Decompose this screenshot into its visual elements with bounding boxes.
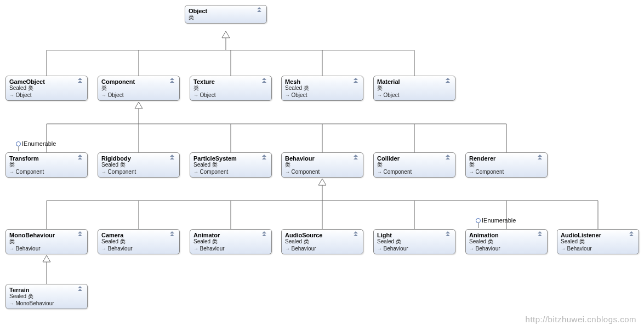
collapse-chevrons-icon[interactable] [170,155,176,160]
class-node-particlesystem[interactable]: ParticleSystemSealed 类Component [190,152,272,178]
class-kind-label: 类 [377,162,452,168]
svg-marker-17 [318,179,326,185]
class-kind-label: 类 [189,14,263,21]
class-node-material[interactable]: Material类Object [373,76,455,101]
class-title: Camera [101,232,176,238]
class-title: AudioSource [285,232,360,238]
diagram-canvas: IEnumerable IEnumerable Object类GameObjec… [0,0,644,325]
class-parent-label: Behaviour [285,246,360,252]
class-node-component[interactable]: Component类Object [98,76,180,101]
class-kind-label: Sealed 类 [101,162,176,168]
collapse-chevrons-icon[interactable] [262,155,269,160]
class-parent-label: Behaviour [101,246,176,252]
collapse-chevrons-icon[interactable] [446,155,452,160]
class-node-behaviour[interactable]: Behaviour类Component [281,152,363,178]
class-kind-label: 类 [285,162,360,168]
watermark-label: http://bitzhuwei.cnblogs.com [526,315,636,324]
class-node-audiosource[interactable]: AudioSourceSealed 类Behaviour [281,229,363,254]
svg-marker-27 [43,255,50,262]
class-parent-label: MonoBehaviour [9,300,84,306]
lollipop-icon [16,141,21,146]
class-kind-label: 类 [9,162,84,168]
class-node-light[interactable]: LightSealed 类Behaviour [373,229,455,254]
class-title: Collider [377,155,452,162]
class-kind-label: Sealed 类 [285,85,360,92]
collapse-chevrons-icon[interactable] [262,78,269,83]
class-kind-label: Sealed 类 [377,238,452,245]
collapse-chevrons-icon[interactable] [78,286,84,292]
class-title: Animation [469,232,544,238]
class-kind-label: Sealed 类 [193,238,268,245]
collapse-chevrons-icon[interactable] [78,155,84,160]
class-kind-label: Sealed 类 [561,238,635,245]
collapse-chevrons-icon[interactable] [257,7,264,13]
collapse-chevrons-icon[interactable] [446,231,452,237]
class-parent-label: Object [193,92,268,98]
collapse-chevrons-icon[interactable] [629,231,636,237]
class-kind-label: 类 [377,85,452,92]
class-kind-label: Sealed 类 [285,238,360,245]
class-title: MonoBehaviour [9,232,84,238]
class-node-animator[interactable]: AnimatorSealed 类Behaviour [190,229,272,254]
collapse-chevrons-icon[interactable] [262,231,269,237]
class-node-rigidbody[interactable]: RigidbodySealed 类Component [98,152,180,178]
class-node-object[interactable]: Object类 [185,5,267,24]
collapse-chevrons-icon[interactable] [446,78,452,83]
class-title: Rigidbody [101,155,176,162]
collapse-chevrons-icon[interactable] [538,231,544,237]
class-parent-label: Object [9,92,84,98]
class-parent-label: Component [469,169,544,175]
class-title: GameObject [9,78,84,85]
class-title: Mesh [285,78,360,85]
class-kind-label: Sealed 类 [9,293,84,300]
class-title: ParticleSystem [193,155,268,162]
class-parent-label: Component [101,169,176,175]
interface-label: IEnumerable [482,217,516,224]
class-title: Object [189,8,263,14]
class-parent-label: Object [285,92,360,98]
lollipop-icon [476,218,481,223]
class-kind-label: Sealed 类 [469,238,544,245]
class-title: Transform [9,155,84,162]
collapse-chevrons-icon[interactable] [354,155,360,160]
class-parent-label: Behaviour [469,246,544,252]
collapse-chevrons-icon[interactable] [354,78,360,83]
interface-lollipop-animation: IEnumerable [476,217,516,224]
class-node-renderer[interactable]: Renderer类Component [465,152,548,178]
class-title: AudioListener [561,232,635,238]
class-node-collider[interactable]: Collider类Component [373,152,455,178]
class-parent-label: Component [285,169,360,175]
class-parent-label: Behaviour [561,246,635,252]
class-node-camera[interactable]: CameraSealed 类Behaviour [98,229,180,254]
collapse-chevrons-icon[interactable] [78,78,84,83]
interface-label: IEnumerable [22,140,56,147]
class-parent-label: Behaviour [193,246,268,252]
class-title: Terrain [9,287,84,293]
class-parent-label: Behaviour [9,246,84,252]
class-parent-label: Component [377,169,452,175]
class-title: Renderer [469,155,544,162]
class-parent-label: Component [9,169,84,175]
interface-lollipop-transform: IEnumerable [16,140,56,147]
class-node-monobehaviour[interactable]: MonoBehaviour类Behaviour [5,229,88,254]
class-node-gameobject[interactable]: GameObjectSealed 类Object [5,76,88,101]
collapse-chevrons-icon[interactable] [170,78,176,83]
class-kind-label: 类 [9,238,84,245]
class-kind-label: Sealed 类 [101,238,176,245]
svg-marker-0 [222,31,230,38]
collapse-chevrons-icon[interactable] [354,231,360,237]
collapse-chevrons-icon[interactable] [538,155,544,160]
class-title: Behaviour [285,155,360,162]
class-parent-label: Behaviour [377,246,452,252]
class-node-mesh[interactable]: MeshSealed 类Object [281,76,363,101]
class-parent-label: Object [377,92,452,98]
class-title: Texture [193,78,268,85]
collapse-chevrons-icon[interactable] [78,231,84,237]
class-node-terrain[interactable]: TerrainSealed 类MonoBehaviour [5,284,88,309]
collapse-chevrons-icon[interactable] [170,231,176,237]
class-node-audiolistener[interactable]: AudioListenerSealed 类Behaviour [557,229,639,254]
class-title: Material [377,78,452,85]
class-node-animation[interactable]: AnimationSealed 类Behaviour [465,229,548,254]
class-node-texture[interactable]: Texture类Object [190,76,272,101]
class-node-transform[interactable]: Transform类Component [5,152,88,178]
